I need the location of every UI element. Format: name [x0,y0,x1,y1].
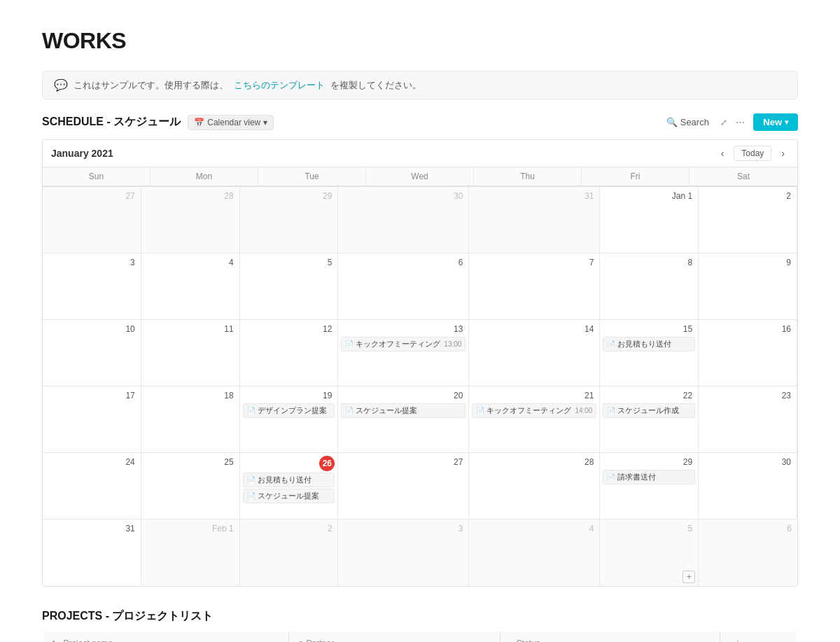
event-chip[interactable]: 📄スケジュール提案 [341,403,465,418]
day-cell[interactable]: 21📄キックオフミーティング14:00 [469,386,600,453]
day-cell[interactable]: 5+ [600,519,699,586]
day-header-wed: Wed [366,167,474,186]
day-number: 6 [341,256,465,269]
event-label: 請求書送付 [617,472,656,482]
day-cell[interactable]: 27 [338,453,469,519]
day-cell[interactable]: 31 [469,187,600,253]
day-number: 22 [603,389,695,402]
day-number: 20 [341,389,465,402]
day-cell[interactable]: 20📄スケジュール提案 [338,386,469,453]
template-link[interactable]: こちらのテンプレート [234,79,325,92]
event-chip[interactable]: 📄お見積もり送付 [243,473,335,487]
day-cell[interactable]: 27 [43,187,141,253]
calendar-icon: 📅 [194,118,204,127]
event-icon: 📄 [476,407,484,414]
day-number: 23 [701,389,794,402]
calendar-view-badge[interactable]: 📅 Calendar view ▾ [188,115,274,130]
event-chip[interactable]: 📄キックオフミーティング14:00 [472,403,596,418]
day-cell[interactable]: 23 [699,386,797,453]
day-cell[interactable]: 4 [141,253,240,320]
day-cell[interactable]: 7 [469,253,600,320]
day-number: 25 [144,456,237,468]
day-number: 29 [243,190,335,202]
day-cell[interactable]: 29 [240,187,339,253]
today-button[interactable]: Today [734,146,771,161]
search-button[interactable]: 🔍 Search [661,114,715,130]
day-cell[interactable]: 15📄お見積もり送付 [600,320,699,386]
day-cell[interactable]: 4 [469,519,600,586]
event-icon: 📄 [345,340,354,348]
day-cell[interactable]: Feb 1 [141,519,240,586]
nav-buttons: ‹ Today › [717,146,789,161]
day-cell[interactable]: 12 [240,320,339,386]
event-chip[interactable]: 📄お見積もり送付 [603,337,695,351]
day-cell[interactable]: 30 [699,453,797,519]
view-label: Calendar view [207,118,260,127]
event-icon: 📄 [247,407,255,414]
day-cell[interactable]: 29📄請求書送付 [600,453,699,519]
day-number: 8 [603,256,695,269]
next-month-button[interactable]: › [777,146,789,160]
add-day-button[interactable]: + [682,571,695,583]
day-number: 11 [144,323,237,335]
day-cell[interactable]: 30 [338,187,469,253]
day-cell[interactable]: 5 [240,253,339,320]
event-label: デザインプラン提案 [258,405,327,416]
day-cell[interactable]: 3 [338,519,469,586]
event-chip[interactable]: 📄スケジュール提案 [243,489,335,503]
day-cell[interactable]: Jan 1 [600,187,699,253]
add-column-header[interactable]: + [720,631,798,643]
event-chip[interactable]: 📄スケジュール作成 [603,403,695,418]
day-cell[interactable]: 10 [43,320,141,386]
more-options-icon[interactable]: ··· [733,115,748,130]
event-chip[interactable]: 📄デザインプラン提案 [243,403,335,418]
day-cell[interactable]: 11 [141,320,240,386]
day-header-tue: Tue [258,167,366,186]
toolbar-right: 🔍 Search ⤢ ··· New ▾ [661,113,798,131]
event-chip[interactable]: 📄請求書送付 [603,470,695,484]
day-cell[interactable]: 28 [469,453,600,519]
event-time: 14:00 [575,407,592,414]
day-cell[interactable]: 22📄スケジュール作成 [600,386,699,453]
day-cell[interactable]: 13📄キックオフミーティング13:00 [338,320,469,386]
day-cell[interactable]: 8 [600,253,699,320]
day-header-fri: Fri [582,167,690,186]
day-number: 31 [46,522,138,535]
day-cell[interactable]: 14 [469,320,600,386]
projects-header-row: AaProject name⊙Partner≡Status+ [43,631,798,643]
day-number: 4 [472,522,596,535]
day-cell[interactable]: 31 [43,519,141,586]
event-chip[interactable]: 📄キックオフミーティング13:00 [341,337,465,351]
day-number: 29 [603,456,695,468]
day-cell[interactable]: 6 [338,253,469,320]
day-cell[interactable]: 18 [141,386,240,453]
sample-banner: 💬 これはサンプルです。使用する際は、 こちらのテンプレート を複製してください… [42,71,798,99]
prev-month-button[interactable]: ‹ [717,146,729,160]
event-icon: 📄 [247,492,255,500]
day-cell[interactable]: 16 [699,320,797,386]
day-cell[interactable]: 2 [240,519,339,586]
day-cell[interactable]: 17 [43,386,141,453]
projects-table: AaProject name⊙Partner≡Status+ 📄コーポレートサイ… [42,631,798,642]
new-button[interactable]: New ▾ [753,113,798,131]
day-cell[interactable]: 2 [699,187,797,253]
day-number: 10 [46,323,138,335]
day-header-sat: Sat [690,167,797,186]
day-cell[interactable]: 19📄デザインプラン提案 [240,386,339,453]
projects-section: PROJECTS - プロジェクトリスト AaProject name⊙Part… [42,609,798,642]
day-cell[interactable]: 24 [43,453,141,519]
day-cell[interactable]: 9 [699,253,797,320]
day-cell[interactable]: 6 [699,519,797,586]
event-icon: 📄 [607,473,615,481]
add-column-button[interactable]: + [729,637,746,642]
day-cell[interactable]: 28 [141,187,240,253]
day-cell[interactable]: 3 [43,253,141,320]
day-number: 27 [46,190,138,202]
calendar-body: 2728293031Jan 12345678910111213📄キックオフミーテ… [43,186,797,586]
expand-icon[interactable]: ⤢ [720,118,727,127]
day-cell[interactable]: 25 [141,453,240,519]
day-cell[interactable]: 26📄お見積もり送付📄スケジュール提案 [240,453,339,519]
projects-col-header: AaProject name [43,631,289,643]
calendar-nav: January 2021 ‹ Today › [43,140,797,167]
event-label: お見積もり送付 [617,339,671,349]
